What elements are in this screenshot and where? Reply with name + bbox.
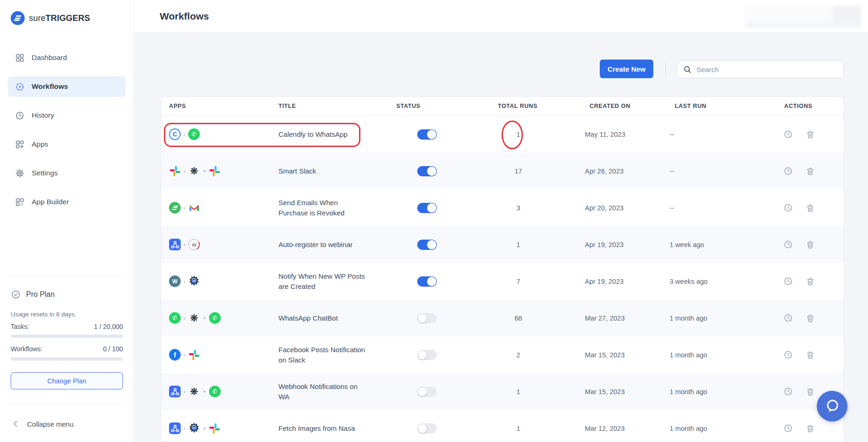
status-toggle[interactable] [417,350,437,360]
search-input[interactable] [697,66,838,74]
tasks-progress-bar [11,335,123,338]
sidebar-item-workflows[interactable]: Workflows [8,76,126,97]
delete-button[interactable] [805,276,815,287]
status-toggle[interactable] [417,387,437,397]
search-box [677,60,844,78]
table-row[interactable]: ›❋+✆Webhook Notifications on WA1Mar 15, … [161,373,843,410]
last-run-value: 1 month ago [670,425,773,432]
total-runs-value: 2 [498,351,539,359]
workflow-title[interactable]: WhatsApp ChatBot [278,313,367,323]
column-header-created-on: CREATED ON [585,103,670,109]
run-history-icon [783,350,793,360]
total-runs-value: 7 [498,278,539,285]
workflows-icon [14,81,25,92]
delete-button[interactable] [805,203,815,213]
run-history-button[interactable] [783,166,793,176]
table-row[interactable]: ›⚙API+Fetch Images from Nasa1Mar 12, 202… [161,410,843,442]
workflow-title[interactable]: Fetch Images from Nasa [278,423,367,434]
badge-check-icon [11,289,21,300]
run-history-icon [783,240,793,249]
sidebar-item-history[interactable]: History [8,105,126,126]
workflows-usage-row: Workflows: 0 / 100 [11,345,123,353]
workflow-title[interactable]: Send Emails When Purchase is Revoked [278,198,367,218]
table-body: C›✆Calendly to WhatsApp1May 11, 2023--›❋… [161,116,843,442]
status-toggle[interactable] [417,276,437,287]
gmail-icon [188,202,200,214]
sidebar-item-settings[interactable]: Settings [8,163,126,183]
total-runs-value: 1 [498,425,539,432]
column-header-actions: ACTIONS [773,103,843,109]
run-history-button[interactable] [783,350,793,360]
last-run-value: 1 month ago [670,388,773,395]
delete-button[interactable] [805,387,815,397]
apps-cell: ›w [161,239,278,250]
apps-grid-plus-icon [14,139,25,149]
status-toggle[interactable] [417,240,437,250]
sidebar-item-apps[interactable]: Apps [8,134,126,154]
change-plan-button[interactable]: Change Plan [11,372,123,389]
calendly-icon: C [169,128,181,140]
sidebar-item-label: Apps [32,140,48,148]
run-history-button[interactable] [783,276,793,287]
sidebar-item-dashboard[interactable]: Dashboard [8,47,126,68]
delete-button[interactable] [805,129,815,140]
table-row[interactable]: ✆›❋+✆WhatsApp ChatBot68Mar 27, 20231 mon… [161,300,843,336]
status-toggle[interactable] [417,203,437,213]
actions-cell [773,276,843,287]
delete-button[interactable] [805,166,815,176]
delete-button[interactable] [805,313,815,323]
table-row[interactable]: ›❋+Smart Slack17Apr 26, 2023-- [161,153,843,189]
create-new-button[interactable]: Create New [600,60,653,78]
status-toggle[interactable] [417,313,437,323]
workflow-title[interactable]: Smart Slack [278,166,367,176]
workflows-progress-bar [11,357,123,361]
status-toggle[interactable] [417,166,437,176]
brand-name: sureTRIGGERS [29,13,90,23]
status-cell [396,129,498,140]
run-history-button[interactable] [783,129,793,140]
table-row[interactable]: ›Send Emails When Purchase is Revoked3Ap… [161,189,843,226]
workflow-title[interactable]: Auto-register to webinar [278,240,367,250]
run-history-button[interactable] [783,203,793,213]
api-icon: ⚙API [188,275,200,287]
dashboard-grid-icon [14,53,25,63]
table-row[interactable]: W›⚙APINotify When New WP Posts are Creat… [161,263,843,300]
chevron-right-icon: › [183,425,185,432]
run-history-button[interactable] [783,313,793,323]
sidebar-item-label: Workflows [32,82,68,91]
status-cell [396,276,498,287]
delete-icon [806,387,815,396]
delete-icon [806,277,815,286]
delete-button[interactable] [805,350,815,360]
run-history-button[interactable] [783,423,793,434]
run-history-button[interactable] [783,387,793,397]
status-toggle[interactable] [417,129,437,140]
total-runs-value: 3 [498,204,539,212]
webhook-icon [169,422,181,434]
table-row[interactable]: ›wAuto-register to webinar1Apr 19, 20231… [161,226,843,263]
column-header-title: TITLE [278,103,396,109]
openai-icon: ❋ [188,165,200,177]
delete-button[interactable] [805,423,815,434]
sidebar-item-label: History [32,111,54,120]
table-row[interactable]: C›✆Calendly to WhatsApp1May 11, 2023-- [161,116,843,153]
total-runs-value: 68 [498,315,539,322]
tasks-label: Tasks: [11,323,29,330]
sidebar-item-app-builder[interactable]: App Builder [8,192,126,212]
delete-button[interactable] [805,240,815,250]
wordpress-icon: W [169,275,181,287]
collapse-menu-button[interactable]: Collapse menu [11,419,74,429]
toggle-knob [418,350,427,360]
workflow-title[interactable]: Webhook Notifications on WA [278,382,367,402]
chat-fab-button[interactable] [817,391,848,422]
table-row[interactable]: f›Facebook Posts Notification on Slack2M… [161,336,843,373]
workflows-value: 0 / 100 [103,345,123,353]
status-toggle[interactable] [417,423,437,434]
actions-cell [773,129,843,140]
last-run-value: 1 month ago [670,315,773,322]
workflow-title[interactable]: Calendly to WhatsApp [278,129,367,140]
workflow-title[interactable]: Notify When New WP Posts are Created [278,271,367,292]
run-history-button[interactable] [783,240,793,250]
workflow-title[interactable]: Facebook Posts Notification on Slack [278,345,367,365]
blurred-account-area [745,6,861,28]
